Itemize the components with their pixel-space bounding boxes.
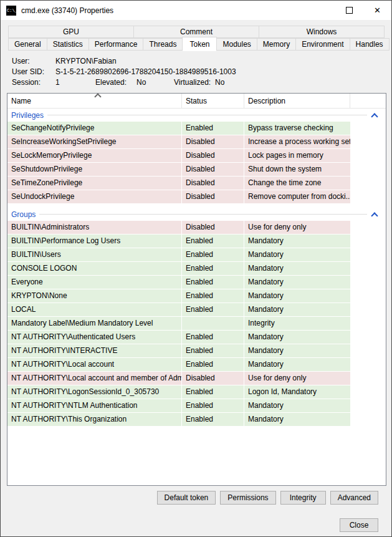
cell-description: Shut down the system: [244, 163, 350, 176]
properties-dialog: C:\_ cmd.exe (33740) Properties ✕ GPU Co…: [0, 0, 392, 537]
cell-status: Enabled: [182, 385, 244, 399]
cell-description: Remove computer from docki...: [244, 190, 350, 203]
list-row[interactable]: NT AUTHORITY\NTLM AuthenticationEnabledM…: [7, 399, 350, 413]
list-row[interactable]: SeIncreaseWorkingSetPrivilegeDisabledInc…: [7, 135, 350, 149]
tab-gpu[interactable]: GPU: [8, 26, 134, 38]
list-row[interactable]: LOCALEnabledMandatory: [7, 303, 350, 317]
list-row[interactable]: SeChangeNotifyPrivilegeEnabledBypass tra…: [7, 122, 350, 135]
sid-label: User SID:: [12, 67, 44, 76]
token-list: Name Status Description PrivilegesSeChan…: [7, 93, 386, 486]
cell-description: Mandatory: [244, 276, 350, 289]
close-window-button[interactable]: ✕: [363, 1, 391, 20]
cell-description: Integrity: [244, 317, 350, 330]
user-value: KRYPTON\Fabian: [55, 57, 117, 65]
cell-name: SeUndockPrivilege: [7, 190, 182, 203]
group-header[interactable]: Groups: [7, 208, 386, 221]
cell-status: Disabled: [182, 177, 244, 190]
tab-comment[interactable]: Comment: [133, 26, 259, 38]
cell-name: SeShutdownPrivilege: [7, 163, 182, 176]
tab-performance[interactable]: Performance: [88, 38, 144, 51]
cell-description: Mandatory: [244, 235, 350, 248]
tab-windows[interactable]: Windows: [259, 26, 385, 38]
tab-strip: GPU Comment Windows General Statistics P…: [8, 26, 385, 51]
cell-name: NT AUTHORITY\This Organization: [7, 413, 182, 426]
virtualized-label: Virtualized:: [174, 78, 211, 87]
cell-name: BUILTIN\Administrators: [7, 221, 182, 234]
list-header: Name Status Description: [7, 94, 386, 109]
cell-name: NT AUTHORITY\LogonSessionId_0_305730: [7, 385, 182, 399]
list-row[interactable]: NT AUTHORITY\INTERACTIVEEnabledMandatory: [7, 344, 350, 358]
list-row[interactable]: NT AUTHORITY\Local account and member of…: [7, 372, 350, 385]
cell-status: Enabled: [182, 344, 244, 357]
close-icon: ✕: [374, 6, 381, 14]
action-buttons: Default token Permissions Integrity Adva…: [157, 491, 378, 505]
advanced-button[interactable]: Advanced: [330, 491, 378, 505]
integrity-button[interactable]: Integrity: [280, 491, 326, 505]
maximize-button[interactable]: [335, 1, 363, 20]
default-token-button[interactable]: Default token: [157, 491, 216, 505]
permissions-button[interactable]: Permissions: [220, 491, 275, 505]
cell-description: Mandatory: [244, 289, 350, 302]
tab-memory[interactable]: Memory: [257, 38, 296, 51]
list-row[interactable]: SeShutdownPrivilegeDisabledShut down the…: [7, 163, 350, 177]
tab-environment[interactable]: Environment: [295, 38, 350, 51]
list-row[interactable]: CONSOLE LOGONEnabledMandatory: [7, 262, 350, 276]
chevron-up-icon[interactable]: [371, 212, 378, 219]
cell-description: Mandatory: [244, 399, 350, 412]
window-title: cmd.exe (33740) Properties: [21, 6, 113, 15]
list-row[interactable]: Mandatory Label\Medium Mandatory LevelIn…: [7, 317, 350, 331]
group-header[interactable]: Privileges: [7, 109, 386, 122]
tab-token[interactable]: Token: [182, 37, 217, 51]
group-label: Groups: [11, 210, 39, 219]
column-header-status[interactable]: Status: [182, 94, 244, 108]
cell-name: SeTimeZonePrivilege: [7, 177, 182, 190]
list-row[interactable]: BUILTIN\UsersEnabledMandatory: [7, 248, 350, 262]
list-row[interactable]: BUILTIN\AdministratorsDisabledUse for de…: [7, 221, 350, 235]
cell-description: Mandatory: [244, 331, 350, 344]
list-row[interactable]: KRYPTON\NoneEnabledMandatory: [7, 289, 350, 303]
list-row[interactable]: EveryoneEnabledMandatory: [7, 276, 350, 289]
cell-name: SeChangeNotifyPrivilege: [7, 122, 182, 135]
tab-handles[interactable]: Handles: [350, 38, 390, 51]
cell-description: Change the time zone: [244, 177, 350, 190]
cell-description: Use for deny only: [244, 372, 350, 385]
cmd-icon: C:\_: [6, 6, 16, 16]
tab-modules[interactable]: Modules: [216, 38, 257, 51]
cell-status: Enabled: [182, 399, 244, 412]
cell-status: Enabled: [182, 303, 244, 316]
list-row[interactable]: NT AUTHORITY\This OrganizationEnabledMan…: [7, 413, 350, 427]
cell-name: KRYPTON\None: [7, 289, 182, 302]
list-row[interactable]: NT AUTHORITY\Authenticated UsersEnabledM…: [7, 331, 350, 344]
session-label: Session:: [12, 78, 41, 87]
cell-description: Mandatory: [244, 413, 350, 426]
list-row[interactable]: NT AUTHORITY\Local accountEnabledMandato…: [7, 358, 350, 372]
cell-status: Disabled: [182, 221, 244, 234]
cell-status: Enabled: [182, 248, 244, 261]
cell-description: Mandatory: [244, 358, 350, 371]
cell-status: [182, 317, 244, 330]
cell-description: Mandatory: [244, 248, 350, 261]
tab-general[interactable]: General: [8, 38, 47, 51]
list-row[interactable]: NT AUTHORITY\LogonSessionId_0_305730Enab…: [7, 385, 350, 399]
titlebar[interactable]: C:\_ cmd.exe (33740) Properties ✕: [1, 1, 391, 20]
sid-value: S-1-5-21-2689802696-1788204150-188498951…: [55, 67, 236, 76]
close-button[interactable]: Close: [340, 518, 378, 532]
token-info: User: KRYPTON\Fabian User SID: S-1-5-21-…: [12, 57, 380, 89]
cell-description: Bypass traverse checking: [244, 122, 350, 135]
maximize-icon: [346, 7, 353, 14]
cell-status: Enabled: [182, 276, 244, 289]
tab-threads[interactable]: Threads: [143, 38, 183, 51]
list-row[interactable]: SeUndockPrivilegeDisabledRemove computer…: [7, 190, 350, 204]
cell-status: Enabled: [182, 289, 244, 302]
list-row[interactable]: SeLockMemoryPrivilegeDisabledLock pages …: [7, 149, 350, 163]
cell-name: Everyone: [7, 276, 182, 289]
list-row[interactable]: SeTimeZonePrivilegeDisabledChange the ti…: [7, 177, 350, 190]
tab-statistics[interactable]: Statistics: [47, 38, 89, 51]
column-header-description[interactable]: Description: [244, 94, 350, 108]
cell-description: Mandatory: [244, 344, 350, 357]
list-row[interactable]: BUILTIN\Performance Log UsersEnabledMand…: [7, 235, 350, 248]
cell-status: Enabled: [182, 122, 244, 135]
cell-description: Logon Id, Mandatory: [244, 385, 350, 399]
cell-name: NT AUTHORITY\INTERACTIVE: [7, 344, 182, 357]
chevron-up-icon[interactable]: [371, 113, 378, 120]
